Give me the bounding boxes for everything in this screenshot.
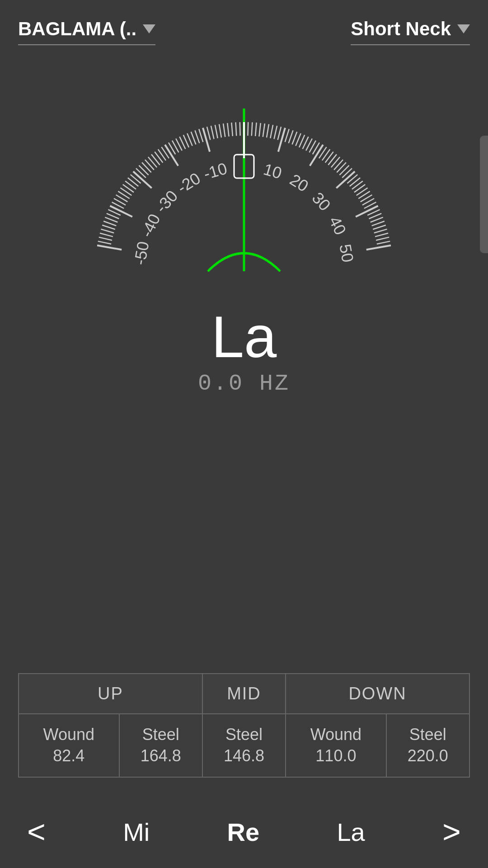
svg-line-8 — [105, 217, 117, 222]
svg-line-60 — [259, 123, 260, 137]
frequency-display: 0.0 HZ — [198, 371, 290, 396]
svg-line-2 — [98, 241, 111, 244]
instrument-label: BAGLAMA (.. — [18, 18, 136, 40]
svg-line-20 — [128, 178, 138, 186]
neck-dropdown-icon — [457, 24, 470, 33]
svg-line-64 — [274, 126, 277, 139]
svg-line-68 — [285, 129, 289, 142]
down-steel[interactable]: Steel220.0 — [386, 714, 469, 777]
instrument-selector[interactable]: BAGLAMA (.. — [18, 14, 155, 45]
svg-line-44 — [203, 128, 210, 152]
up-steel[interactable]: Steel164.8 — [119, 714, 202, 777]
svg-line-27 — [145, 160, 154, 170]
svg-line-105 — [373, 225, 386, 229]
svg-line-5 — [101, 229, 114, 233]
svg-line-86 — [339, 165, 349, 175]
svg-line-103 — [371, 217, 383, 222]
svg-text:-50: -50 — [130, 240, 152, 266]
svg-line-51 — [227, 123, 229, 137]
svg-text:50: 50 — [336, 243, 357, 264]
instrument-dropdown-icon — [143, 24, 155, 33]
svg-line-6 — [102, 225, 115, 229]
svg-line-7 — [103, 221, 116, 226]
col-up: UP — [19, 674, 202, 714]
svg-text:30: 30 — [309, 189, 334, 214]
svg-line-3 — [99, 237, 112, 241]
svg-text:40: 40 — [325, 213, 350, 238]
svg-line-62 — [267, 124, 269, 138]
svg-line-65 — [278, 127, 281, 140]
svg-line-49 — [219, 124, 221, 138]
svg-line-61 — [263, 123, 265, 137]
svg-line-54 — [240, 122, 240, 136]
gauge-container: -50-40-30-20-101020304050 — [68, 81, 420, 298]
up-wound[interactable]: Wound82.4 — [19, 714, 119, 777]
svg-line-41 — [191, 132, 196, 145]
note-name: La — [211, 307, 277, 366]
prev-button[interactable]: < — [27, 814, 46, 850]
note-display: La 0.0 HZ — [198, 307, 290, 396]
svg-line-106 — [374, 229, 387, 233]
svg-line-25 — [139, 165, 148, 175]
svg-line-84 — [334, 160, 343, 170]
svg-line-29 — [151, 154, 160, 165]
nav-note-center[interactable]: Re — [227, 817, 260, 847]
svg-line-52 — [231, 123, 233, 136]
mid-steel[interactable]: Steel146.8 — [202, 714, 286, 777]
svg-line-63 — [270, 125, 273, 138]
gauge-svg: -50-40-30-20-101020304050 — [68, 81, 420, 298]
svg-line-66 — [278, 128, 285, 152]
svg-line-50 — [223, 123, 225, 137]
svg-line-53 — [236, 123, 237, 136]
neck-selector[interactable]: Short Neck — [351, 14, 470, 45]
svg-line-70 — [292, 132, 297, 145]
svg-line-46 — [207, 127, 210, 140]
nav-note-right[interactable]: La — [337, 817, 365, 847]
svg-line-48 — [215, 125, 218, 138]
bottom-nav: < Mi Re La > — [0, 814, 488, 850]
svg-line-83 — [331, 157, 340, 167]
svg-line-104 — [372, 221, 385, 226]
svg-line-109 — [377, 241, 390, 244]
svg-line-107 — [375, 233, 388, 237]
svg-line-0 — [97, 245, 122, 250]
svg-line-26 — [142, 162, 151, 172]
svg-text:-10: -10 — [202, 159, 229, 184]
svg-text:20: 20 — [286, 170, 312, 196]
svg-line-59 — [255, 123, 257, 136]
svg-line-57 — [248, 122, 248, 136]
svg-line-47 — [211, 126, 214, 139]
col-down: DOWN — [286, 674, 469, 714]
svg-text:-40: -40 — [137, 211, 164, 241]
down-wound[interactable]: Wound110.0 — [286, 714, 386, 777]
header: BAGLAMA (.. Short Neck — [0, 0, 488, 54]
svg-text:-30: -30 — [152, 187, 181, 217]
svg-text:10: 10 — [262, 160, 284, 182]
tuner-area: -50-40-30-20-101020304050 La 0.0 HZ — [0, 81, 488, 396]
svg-line-4 — [100, 233, 113, 237]
svg-line-110 — [366, 245, 391, 250]
svg-line-69 — [289, 130, 293, 143]
svg-line-43 — [199, 129, 203, 142]
col-mid: MID — [202, 674, 286, 714]
svg-line-108 — [376, 237, 389, 241]
string-table: UP MID DOWN Wound82.4 Steel164.8 Steel14… — [18, 673, 470, 778]
nav-note-left[interactable]: Mi — [123, 817, 150, 847]
svg-line-42 — [195, 130, 199, 143]
svg-line-91 — [350, 178, 360, 186]
svg-line-82 — [328, 154, 337, 165]
neck-label: Short Neck — [351, 18, 451, 40]
string-table-container: UP MID DOWN Wound82.4 Steel164.8 Steel14… — [18, 673, 470, 778]
svg-line-28 — [148, 157, 157, 167]
next-button[interactable]: > — [442, 814, 461, 850]
svg-line-58 — [252, 123, 253, 136]
svg-text:-20: -20 — [174, 169, 204, 197]
svg-line-85 — [337, 162, 346, 172]
